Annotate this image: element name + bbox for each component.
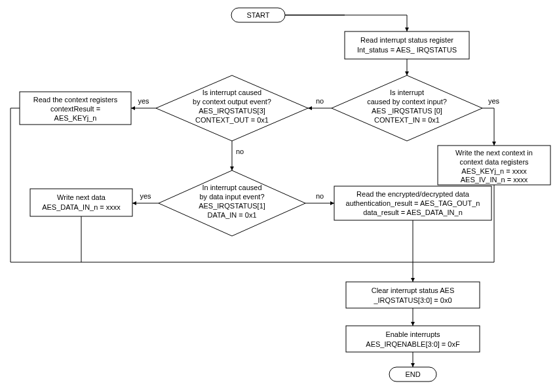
svg-text:AES_IRQENABLE[3:0]  = 0xF: AES_IRQENABLE[3:0] = 0xF <box>366 340 460 348</box>
read-status-box: Read interrupt status register Int_statu… <box>345 31 469 59</box>
svg-text:CONTEXT_OUT = 0x1: CONTEXT_OUT = 0x1 <box>195 116 269 124</box>
decision-context-in: Is interrupt caused by context input? AE… <box>332 75 482 141</box>
end-label: END <box>405 370 420 378</box>
svg-text:Is interrupt: Is interrupt <box>390 88 424 96</box>
label-no-3: no <box>316 192 324 200</box>
edge-readctx-join <box>10 108 81 262</box>
edge-start-to-read <box>285 15 407 31</box>
svg-text:AES_IRQSTATUS[3]: AES_IRQSTATUS[3] <box>199 107 265 115</box>
svg-text:Int_status = AES_ IRQSTATUS: Int_status = AES_ IRQSTATUS <box>357 46 457 54</box>
write-data-box: Write next data AES_DATA_IN_n = xxxx <box>30 189 132 216</box>
svg-text:Enable interrupts: Enable interrupts <box>385 330 440 338</box>
svg-text:by data input event?: by data input event? <box>199 193 264 201</box>
svg-text:CONTEXT_IN = 0x1: CONTEXT_IN = 0x1 <box>374 116 440 124</box>
flowchart: START Read interrupt status register Int… <box>0 0 557 392</box>
svg-rect-35 <box>346 282 480 308</box>
svg-text:caused by context input?: caused by context input? <box>367 98 447 106</box>
svg-text:data_result = AES_DATA_IN_n: data_result = AES_DATA_IN_n <box>363 208 463 216</box>
svg-text:authentication_result = AES_TA: authentication_result = AES_TAG_OUT_n <box>346 199 480 207</box>
label-no-2: no <box>236 147 244 155</box>
svg-text:Read the context registers: Read the context registers <box>33 96 118 104</box>
svg-text:AES_KEYj_n: AES_KEYj_n <box>54 114 97 122</box>
svg-text:_IRQSTATUS[3:0] = 0x0: _IRQSTATUS[3:0] = 0x0 <box>373 296 451 304</box>
write-context-box: Write the next context in context data r… <box>438 146 550 185</box>
decision-context-out: Is interrupt caused by context output ev… <box>156 75 308 141</box>
read-data-box: Read the encrypted/decrypted data authen… <box>334 186 491 220</box>
start-label: START <box>246 11 269 19</box>
svg-text:context data registers: context data registers <box>459 158 529 166</box>
svg-text:In interrupt caused: In interrupt caused <box>202 184 261 191</box>
svg-text:AES_IV_IN_n = xxxx: AES_IV_IN_n = xxxx <box>461 176 528 184</box>
read-context-box: Read the context registers contextResult… <box>20 92 131 125</box>
svg-text:Read interrupt status register: Read interrupt status register <box>360 36 453 44</box>
svg-text:DATA_IN = 0x1: DATA_IN = 0x1 <box>207 211 256 219</box>
svg-text:Write the next context in: Write the next context in <box>455 149 533 157</box>
enable-irq-box: Enable interrupts AES_IRQENABLE[3:0] = 0… <box>346 326 480 352</box>
svg-text:AES_DATA_IN_n = xxxx: AES_DATA_IN_n = xxxx <box>42 203 121 211</box>
start-terminator: START <box>231 8 285 22</box>
svg-text:AES_IRQSTATUS[1]: AES_IRQSTATUS[1] <box>199 202 265 210</box>
svg-text:by context output event?: by context output event? <box>193 98 271 106</box>
label-yes-3: yes <box>140 192 151 200</box>
svg-text:AES_KEYj_n = xxxx: AES_KEYj_n = xxxx <box>461 167 527 175</box>
svg-text:Is interrupt caused: Is interrupt caused <box>202 88 262 96</box>
svg-text:Read the encrypted/decrypted d: Read the encrypted/decrypted data <box>356 190 470 198</box>
label-yes-2: yes <box>138 97 149 105</box>
edge-dec1-yes <box>482 108 494 146</box>
decision-data-in: In interrupt caused by data input event?… <box>159 170 305 236</box>
svg-text:contextResult =: contextResult = <box>50 105 100 113</box>
svg-rect-38 <box>346 326 480 352</box>
label-no-1: no <box>316 97 324 105</box>
svg-text:Write next data: Write next data <box>57 193 106 201</box>
end-terminator: END <box>389 367 436 382</box>
label-yes-1: yes <box>488 97 500 105</box>
clear-irq-box: Clear interrupt status AES _IRQSTATUS[3:… <box>346 282 480 308</box>
svg-text:Clear interrupt status AES: Clear interrupt status AES <box>372 286 455 294</box>
svg-text:AES _IRQSTATUS [0]: AES _IRQSTATUS [0] <box>372 107 442 115</box>
